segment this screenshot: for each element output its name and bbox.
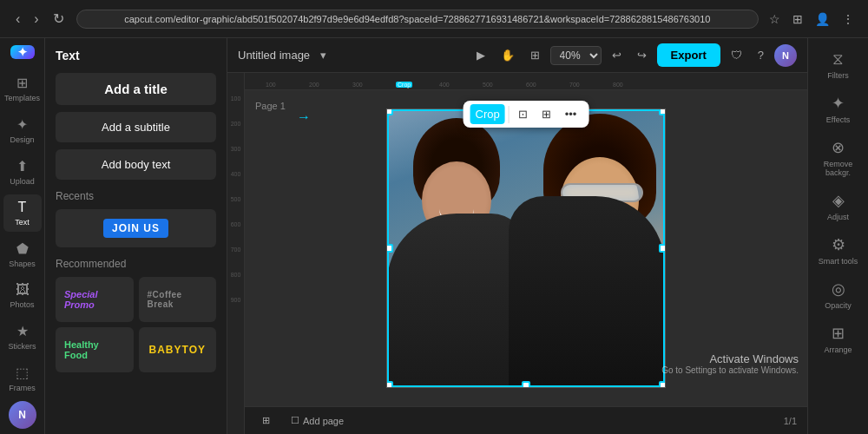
rec-item-special-promo[interactable]: Special Promo	[56, 277, 134, 322]
grid-view-button[interactable]: ⊞	[255, 411, 277, 430]
filters-icon: ⧖	[832, 50, 844, 69]
arrange-panel-item[interactable]: ⊞ Arrange	[812, 319, 865, 359]
undo-button[interactable]: ↩	[607, 45, 627, 65]
recent-item-join-us[interactable]: JOIN US	[56, 209, 216, 247]
ruler-h-container: 100 200 300 Crop 400 500 600 700 800 Pag…	[245, 73, 807, 434]
float-btn1[interactable]: ⊡	[513, 104, 533, 124]
sidebar-item-label: Frames	[9, 384, 36, 392]
adjust-panel-item[interactable]: ◈ Adjust	[812, 186, 865, 227]
header-avatar[interactable]: N	[774, 44, 797, 67]
sidebar-item-label: Design	[10, 135, 34, 144]
filters-label: Filters	[827, 71, 849, 80]
capcut-logo: ✦	[10, 45, 35, 59]
redo-button[interactable]: ↪	[632, 45, 652, 65]
pointer-tool[interactable]: ▶	[471, 45, 490, 65]
sidebar-item-design[interactable]: ✦ Design	[3, 111, 42, 149]
opacity-panel-item[interactable]: ◎ Opacity	[812, 274, 865, 315]
remove-bg-label: Remove backgr.	[816, 160, 861, 177]
toolbar-left: Untitled image ▾	[238, 45, 332, 65]
effects-panel-item[interactable]: ✦ Effects	[812, 89, 865, 129]
sidebar-item-upload[interactable]: ⬆ Upload	[3, 153, 42, 191]
float-more-button[interactable]: •••	[560, 104, 582, 124]
smart-tools-panel-item[interactable]: ⚙ Smart tools	[812, 230, 865, 271]
sidebar-item-frames[interactable]: ⬚ Frames	[3, 359, 42, 398]
arrange-label: Arrange	[824, 345, 852, 354]
canvas-frame: ↻	[386, 108, 666, 388]
app-container: ✦ ⊞ Templates ✦ Design ⬆ Upload T Text ⬟…	[0, 38, 868, 434]
text-icon: T	[18, 200, 27, 215]
nav-buttons: ‹ › ↻	[10, 7, 69, 30]
sidebar-item-templates[interactable]: ⊞ Templates	[3, 69, 42, 108]
float-toolbar: Crop ⊡ ⊞ •••	[464, 101, 589, 128]
export-button[interactable]: Export	[657, 43, 720, 67]
opacity-icon: ◎	[832, 279, 845, 299]
rec-item-babytoy[interactable]: BABYTOY	[139, 327, 217, 372]
forward-button[interactable]: ›	[29, 8, 43, 30]
ruler-area: 100 200 300 400 500 600 700 800 900 100 …	[227, 73, 807, 434]
stickers-icon: ★	[16, 323, 29, 339]
bookmark-icon[interactable]: ☆	[766, 9, 784, 30]
profile-icon[interactable]: 👤	[812, 9, 833, 30]
sidebar-item-shapes[interactable]: ⬟ Shapes	[3, 235, 42, 273]
filters-panel-item[interactable]: ⧖ Filters	[812, 45, 865, 85]
hand-tool[interactable]: ✋	[496, 45, 520, 65]
zoom-select[interactable]: 40%	[550, 46, 602, 65]
back-button[interactable]: ‹	[10, 8, 25, 30]
sidebar-item-label: Photos	[10, 300, 34, 309]
add-body-button[interactable]: Add body text	[56, 149, 216, 180]
help-icon[interactable]: ?	[753, 45, 769, 65]
menu-icon[interactable]: ⋮	[838, 9, 858, 30]
smart-tools-icon: ⚙	[832, 235, 845, 254]
url-bar[interactable]: capcut.com/editor-graphic/abd501f502074b…	[76, 10, 759, 29]
shield-icon[interactable]: 🛡	[726, 45, 747, 65]
canvas-bottom: ⊞ ☐ Add page 1/1	[245, 406, 807, 434]
float-btn2[interactable]: ⊞	[536, 104, 556, 124]
refresh-button[interactable]: ↻	[48, 7, 69, 30]
right-panel: ⧖ Filters ✦ Effects ⊗ Remove backgr. ◈ A…	[807, 38, 868, 434]
join-us-badge: JOIN US	[103, 219, 168, 238]
grid-tool[interactable]: ⊞	[525, 45, 545, 65]
extensions-icon[interactable]: ⊞	[789, 9, 806, 30]
vertical-ruler: 100 200 300 400 500 600 700 800 900	[227, 73, 245, 434]
add-page-button[interactable]: ☐ Add page	[284, 411, 351, 430]
shapes-icon: ⬟	[16, 240, 29, 257]
icon-nav: ✦ ⊞ Templates ✦ Design ⬆ Upload T Text ⬟…	[0, 38, 45, 434]
coffee-break-label: #Coffee Break	[148, 290, 208, 309]
canvas-image: ↻	[387, 109, 665, 387]
sidebar-item-label: Shapes	[9, 260, 36, 268]
adjust-label: Adjust	[827, 213, 849, 221]
watermark-line2: Go to Settings to activate Windows.	[661, 365, 799, 375]
sidebar-item-text[interactable]: T Text	[3, 194, 42, 232]
special-promo-label: Special Promo	[64, 289, 125, 310]
sidebar-item-label: Text	[15, 218, 30, 227]
arrow-indicator: →	[297, 109, 311, 125]
arrange-icon: ⊞	[832, 324, 845, 343]
rec-item-coffee-break[interactable]: #Coffee Break	[139, 277, 217, 322]
effects-label: Effects	[826, 115, 850, 124]
canvas-name: Untitled image	[238, 49, 310, 62]
horizontal-ruler: 100 200 300 Crop 400 500 600 700 800	[245, 73, 807, 90]
add-subtitle-button[interactable]: Add a subtitle	[56, 112, 216, 142]
canvas-dropdown-button[interactable]: ▾	[315, 45, 332, 65]
canvas-workspace[interactable]: Page 1 → Crop ⊡ ⊞ •••	[245, 90, 807, 406]
babytoy-label: BABYTOY	[149, 344, 206, 356]
rec-item-healthy-food[interactable]: Healthy Food	[56, 327, 134, 372]
add-title-button[interactable]: Add a title	[56, 73, 216, 105]
opacity-label: Opacity	[825, 301, 852, 310]
add-page-label: Add page	[303, 416, 344, 426]
recents-grid: JOIN US	[56, 209, 216, 247]
templates-icon: ⊞	[16, 75, 28, 91]
crop-button[interactable]: Crop	[470, 104, 505, 124]
left-panel: Text Add a title Add a subtitle Add body…	[45, 38, 227, 434]
remove-bg-panel-item[interactable]: ⊗ Remove backgr.	[812, 133, 865, 182]
main-area: Untitled image ▾ ▶ ✋ ⊞ 40% ↩ ↪ Export 🛡 …	[227, 38, 807, 434]
sidebar-item-photos[interactable]: 🖼 Photos	[3, 277, 42, 314]
panel-title: Text	[56, 49, 216, 62]
avatar-letter: N	[18, 409, 26, 421]
sidebar-item-stickers[interactable]: ★ Stickers	[3, 318, 42, 356]
smart-tools-label: Smart tools	[819, 257, 858, 266]
toolbar-controls: ▶ ✋ ⊞ 40% ↩ ↪ Export 🛡 ? N	[471, 43, 797, 67]
avatar[interactable]: N	[9, 401, 36, 429]
sidebar-item-label: Templates	[4, 94, 40, 102]
sidebar-item-label: Stickers	[8, 342, 36, 351]
